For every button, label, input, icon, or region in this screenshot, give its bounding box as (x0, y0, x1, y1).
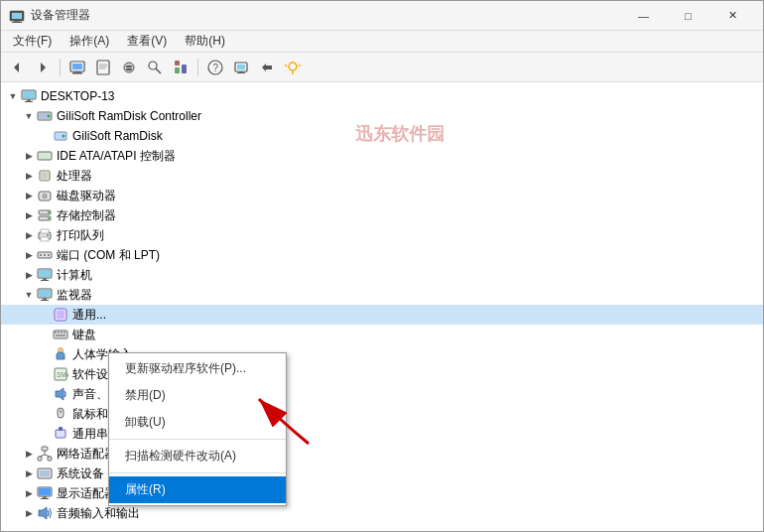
tree-item-port[interactable]: ▶ 端口 (COM 和 LPT) (1, 245, 763, 265)
svg-point-28 (289, 63, 297, 70)
toolbar-btn6[interactable] (229, 56, 253, 79)
svg-rect-16 (126, 68, 132, 70)
expand-icon-desktop: ▼ (5, 88, 21, 104)
toolbar-forward[interactable] (31, 56, 55, 79)
title-bar-left: 设备管理器 (9, 7, 90, 24)
expand-icon-ramdisk (37, 128, 53, 144)
svg-point-52 (44, 196, 46, 198)
maximize-button[interactable]: □ (666, 1, 710, 31)
window-icon (9, 8, 25, 24)
menu-view[interactable]: 查看(V) (119, 31, 175, 52)
toolbar-help[interactable]: ? (203, 56, 227, 79)
print-icon (37, 227, 53, 243)
svg-rect-63 (44, 254, 46, 256)
close-button[interactable]: ✕ (710, 1, 755, 31)
ctx-properties[interactable]: 属性(R) (109, 476, 286, 503)
svg-rect-77 (58, 332, 60, 333)
tree-item-storage[interactable]: ▶ 存储控制器 (1, 205, 763, 225)
expand-icon-mouse (37, 406, 53, 422)
ctx-update-driver[interactable]: 更新驱动程序软件(P)... (109, 355, 286, 382)
svg-rect-62 (40, 254, 42, 256)
expand-icon-cpu: ▶ (21, 168, 37, 184)
keyboard-icon (53, 327, 68, 342)
expand-icon-sound (37, 386, 53, 402)
tree-label-disk: 磁盘驱动器 (57, 188, 116, 204)
port-icon (37, 247, 53, 263)
minimize-button[interactable]: — (621, 1, 666, 31)
tree-label-cpu: 处理器 (57, 168, 92, 185)
network-icon (37, 446, 53, 462)
menu-help[interactable]: 帮助(H) (177, 31, 233, 52)
svg-rect-19 (175, 67, 180, 73)
software-icon: SW (53, 366, 68, 382)
ctx-sep2 (109, 472, 286, 473)
sound-icon (53, 386, 68, 402)
tree-item-generic[interactable]: 通用... (1, 305, 763, 325)
tree-label-system: 系统设备 (57, 466, 104, 482)
svg-marker-4 (14, 63, 19, 72)
toolbar-btn7[interactable] (255, 56, 279, 79)
expand-icon-usb (37, 426, 53, 442)
svg-rect-80 (56, 334, 65, 336)
tree-label-desktop: DESKTOP-13 (41, 89, 114, 103)
svg-rect-71 (43, 298, 47, 300)
menu-file[interactable]: 文件(F) (5, 31, 60, 52)
svg-rect-88 (56, 430, 65, 438)
expand-icon-computer: ▶ (21, 267, 37, 283)
tree-item-keyboard[interactable]: 键盘 (1, 325, 763, 344)
menu-action[interactable]: 操作(A) (62, 31, 117, 52)
svg-text:SW: SW (57, 370, 68, 379)
svg-marker-102 (39, 507, 47, 519)
expand-icon-display: ▶ (21, 485, 37, 501)
tree-label-ramdisk-ctrl: GiliSoft RamDisk Controller (57, 109, 201, 123)
expand-icon-storage: ▶ (21, 207, 37, 223)
tree-item-disk[interactable]: ▶ 磁盘驱动器 (1, 186, 763, 205)
svg-rect-1 (12, 13, 22, 19)
tree-item-monitor[interactable]: ▼ 监视器 (1, 285, 763, 305)
svg-point-56 (48, 217, 50, 219)
tree-item-audio[interactable]: ▶ 音频输入和输出 (1, 503, 763, 523)
title-bar: 设备管理器 — □ ✕ (1, 1, 763, 31)
expand-icon-software (37, 366, 53, 382)
svg-rect-90 (42, 447, 48, 451)
toolbar-btn2[interactable] (91, 56, 115, 79)
svg-rect-72 (41, 300, 49, 301)
svg-line-18 (156, 68, 161, 73)
cpu-icon (37, 168, 53, 184)
tree-item-ramdisk[interactable]: GiliSoft RamDisk (1, 126, 763, 146)
toolbar-btn4[interactable] (143, 56, 167, 79)
toolbar-back[interactable] (5, 56, 29, 79)
device-manager-window: 设备管理器 — □ ✕ 文件(F) 操作(A) 查看(V) 帮助(H) (0, 0, 764, 532)
svg-rect-89 (59, 427, 63, 431)
tree-item-ide[interactable]: ▶ IDE ATA/ATAPI 控制器 (1, 146, 763, 166)
svg-rect-101 (41, 498, 49, 499)
svg-rect-59 (41, 237, 49, 241)
storage-icon (37, 207, 53, 223)
svg-rect-3 (12, 22, 22, 23)
toolbar-btn5[interactable] (169, 56, 192, 79)
svg-point-41 (63, 135, 65, 138)
tree-label-ide: IDE ATA/ATAPI 控制器 (57, 148, 176, 165)
expand-icon-keyboard (37, 327, 53, 342)
tree-item-computer[interactable]: ▶ 计算机 (1, 265, 763, 285)
tree-label-generic: 通用... (72, 307, 106, 324)
svg-marker-5 (41, 63, 46, 72)
svg-line-30 (285, 65, 287, 66)
svg-rect-34 (27, 99, 31, 101)
svg-text:?: ? (213, 63, 219, 73)
svg-point-60 (47, 234, 49, 236)
svg-rect-35 (25, 101, 33, 102)
tree-item-print[interactable]: ▶ 打印队列 (1, 225, 763, 245)
ramdisk-icon (53, 128, 68, 144)
tree-item-cpu[interactable]: ▶ 处理器 (1, 166, 763, 186)
ramdisk-ctrl-icon (37, 108, 53, 124)
toolbar-btn1[interactable] (65, 56, 89, 79)
toolbar-btn3[interactable] (117, 56, 141, 79)
toolbar-btn8[interactable] (281, 56, 305, 79)
window-title: 设备管理器 (31, 7, 90, 24)
svg-rect-45 (42, 173, 48, 179)
expand-icon-ramdisk-ctrl: ▼ (21, 108, 37, 124)
tree-item-ramdisk-ctrl[interactable]: ▼ GiliSoft RamDisk Controller (1, 106, 763, 126)
display-icon (37, 485, 53, 501)
tree-item-desktop[interactable]: ▼ DESKTOP-13 (1, 86, 763, 106)
